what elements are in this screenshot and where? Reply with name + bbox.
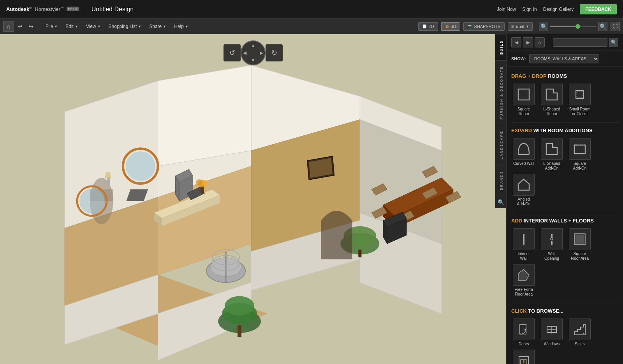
landscape-tab[interactable]: LANDSCAPE	[495, 125, 506, 165]
panel-search-area: 🔍	[553, 38, 618, 47]
sign-in-link[interactable]: Sign In	[522, 7, 537, 12]
pan-down-arrow: ▼	[251, 58, 255, 63]
drag-drop-rooms-grid: SquareRoom L-ShapedRoom	[511, 84, 618, 116]
2d-view-button[interactable]: 📄 2D	[418, 22, 438, 31]
wall-opening-item[interactable]: WallOpening	[539, 228, 564, 261]
view-menu[interactable]: View ▼	[83, 22, 104, 31]
dual-view-button[interactable]: ⊞ dual ▼	[508, 22, 533, 31]
l-shaped-room-icon-box	[541, 84, 563, 105]
svg-point-57	[196, 179, 202, 186]
svg-point-36	[225, 296, 254, 315]
svg-rect-68	[523, 234, 524, 245]
file-menu[interactable]: File ▼	[42, 22, 61, 31]
stairs-browse-item[interactable]: Stairs	[567, 318, 592, 346]
panel-search-input[interactable]	[553, 38, 607, 47]
build-tab[interactable]: BUILD	[495, 34, 506, 60]
l-shaped-addon-icon-box	[541, 138, 563, 160]
3d-view-button[interactable]: ▦ 3D	[441, 22, 460, 31]
curved-wall-item[interactable]: Curved Wall	[511, 138, 536, 171]
panel-search-button[interactable]: 🔍	[609, 38, 618, 47]
share-menu[interactable]: Share ▼	[146, 22, 169, 31]
square-floor-area-icon-box	[569, 228, 591, 250]
pan-left-arrow: ◀	[243, 50, 246, 56]
3d-viewport[interactable]: ↺ ▲ ▼ ◀ ▶ ↻	[0, 34, 506, 364]
free-form-floor-area-icon-box	[513, 264, 535, 286]
help-menu[interactable]: Help ▼	[171, 22, 192, 31]
nav-center-control[interactable]: ▲ ▼ ◀ ▶	[241, 40, 266, 65]
divider-1	[511, 122, 618, 123]
square-room-item[interactable]: SquareRoom	[511, 84, 536, 116]
home-button[interactable]: ⌂	[3, 21, 14, 32]
interior-wall-icon-box	[513, 228, 535, 250]
logo-homestyler: Homestyler™	[35, 6, 63, 12]
svg-rect-73	[575, 235, 584, 243]
design-gallery-link[interactable]: Design Gallery	[543, 7, 574, 12]
doors-browse-item[interactable]: Doors	[511, 318, 536, 346]
free-form-floor-area-item[interactable]: Free-FormFloor Area	[511, 264, 536, 297]
top-right-nav: Join Now Sign In Design Gallery FEEDBACK	[497, 4, 617, 14]
svg-point-71	[551, 238, 553, 240]
curved-wall-label: Curved Wall	[513, 161, 534, 166]
interior-walls-header: ADD INTERIOR WALLS + FLOORS	[511, 218, 618, 224]
brands-tab[interactable]: BRANDS	[495, 165, 506, 196]
svg-rect-66	[574, 145, 585, 154]
l-shaped-addon-item[interactable]: L-ShapedAdd-On	[539, 138, 564, 171]
undo-button[interactable]: ↩	[16, 22, 25, 31]
divider-2	[511, 213, 618, 213]
menu-bar: ⌂ ↩ ↪ File ▼ Edit ▼ View ▼ Shopping List…	[0, 19, 623, 34]
beta-badge: BETA	[67, 7, 79, 11]
title-divider	[85, 4, 85, 15]
interior-wall-item[interactable]: InteriorWall	[511, 228, 536, 261]
l-shaped-room-label: L-ShapedRoom	[543, 107, 560, 116]
l-shaped-addon-label: L-ShapedAdd-On	[543, 161, 560, 171]
curved-wall-icon-box	[513, 138, 535, 160]
panel-nav-controls: ◀ ▶ ⌂	[511, 37, 545, 47]
stairs-label: Stairs	[575, 342, 585, 346]
feedback-button[interactable]: FEEDBACK	[580, 4, 617, 14]
windows-icon-box	[541, 318, 563, 340]
show-filter: SHOW: ROOMS, WALLS & AREAS	[507, 51, 623, 67]
svg-rect-69	[551, 234, 553, 238]
panel-forward-button[interactable]: ▶	[523, 37, 533, 47]
rotate-left-button[interactable]: ↺	[224, 44, 241, 61]
join-now-link[interactable]: Join Now	[497, 7, 516, 12]
shopping-list-menu[interactable]: Shopping List ▼	[106, 22, 145, 31]
small-room-closet-item[interactable]: Small Roomor Closet	[567, 84, 592, 116]
svg-marker-3	[158, 65, 251, 166]
square-addon-item[interactable]: SquareAdd-On	[567, 138, 592, 171]
show-dropdown[interactable]: ROOMS, WALLS & AREAS	[529, 54, 599, 63]
zoom-controls: 🔍 🔍	[539, 22, 607, 31]
snapshots-button[interactable]: 📷 SNAPSHOTS	[463, 22, 505, 31]
redo-button[interactable]: ↪	[26, 22, 36, 31]
svg-point-18	[126, 151, 155, 181]
zoom-out-button[interactable]: 🔍	[539, 22, 548, 31]
panel-search-icon[interactable]: 🔍	[495, 196, 506, 208]
square-floor-area-label: SquareFloor Area	[571, 252, 589, 261]
zoom-slider[interactable]	[550, 26, 597, 27]
rotate-right-button[interactable]: ↻	[266, 44, 283, 61]
fullscreen-button[interactable]: ⛶	[611, 22, 620, 31]
small-room-closet-label: Small Roomor Closet	[569, 107, 590, 116]
edit-menu[interactable]: Edit ▼	[62, 22, 81, 31]
panel-content: DRAG + DROP ROOMS SquareRoom	[507, 67, 623, 364]
square-addon-label: SquareAdd-On	[573, 161, 586, 171]
zoom-in-button[interactable]: 🔍	[598, 22, 607, 31]
main-content: ↺ ▲ ▼ ◀ ▶ ↻	[0, 34, 623, 364]
expand-additions-header: EXPAND WITH ROOM ADDITIONS	[511, 128, 618, 133]
navigation-controls: ↺ ▲ ▼ ◀ ▶ ↻	[224, 40, 283, 65]
wall-opening-icon-box	[541, 228, 563, 250]
square-floor-area-item[interactable]: SquareFloor Area	[567, 228, 592, 261]
doors-label: Doors	[519, 342, 529, 346]
furnish-decorate-tab[interactable]: FURNISH & DECORATE	[495, 60, 506, 125]
windows-browse-item[interactable]: Windows	[539, 318, 564, 346]
windows-label: Windows	[544, 342, 560, 346]
floorplan-view	[0, 34, 506, 364]
divider-3	[511, 303, 618, 303]
l-shaped-room-item[interactable]: L-ShapedRoom	[539, 84, 564, 116]
angled-addon-item[interactable]: AngledAdd-On	[511, 174, 536, 206]
fireplaces-browse-item[interactable]: Fireplaces	[511, 350, 536, 364]
panel-back-button[interactable]: ◀	[511, 37, 521, 47]
panel-home-button[interactable]: ⌂	[535, 37, 545, 47]
svg-rect-40	[358, 250, 361, 257]
design-title: Untitled Design	[92, 6, 134, 13]
